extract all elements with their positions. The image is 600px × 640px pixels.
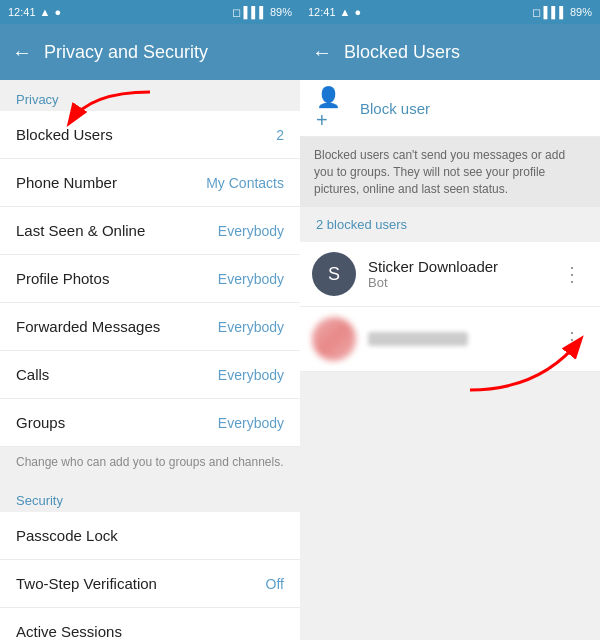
signal-icon: ▲ (40, 6, 51, 18)
calls-label: Calls (16, 366, 49, 383)
time-right: 12:41 (308, 6, 336, 18)
more-dots-1[interactable]: ⋮ (556, 258, 588, 290)
right-toolbar-title: Blocked Users (344, 42, 460, 63)
active-sessions-item[interactable]: Active Sessions (0, 608, 300, 640)
last-seen-label: Last Seen & Online (16, 222, 145, 239)
add-user-icon: 👤+ (316, 94, 344, 122)
blocked-user-item-2[interactable]: ⋮ (300, 307, 600, 372)
blocked-users-item[interactable]: Blocked Users 2 (0, 111, 300, 159)
status-bar-right: 12:41 ▲ ● ◻ ▌▌▌ 89% (300, 0, 600, 24)
network-icon: ◻ (232, 6, 241, 19)
wifi-icon-r: ● (354, 6, 361, 18)
status-bar-right-left: 12:41 ▲ ● (308, 6, 361, 18)
phone-number-label: Phone Number (16, 174, 117, 191)
calls-item[interactable]: Calls Everybody (0, 351, 300, 399)
privacy-section-header: Privacy (0, 80, 300, 111)
left-toolbar: ← Privacy and Security (0, 24, 300, 80)
left-toolbar-title: Privacy and Security (44, 42, 208, 63)
two-step-value: Off (266, 576, 284, 592)
block-user-button[interactable]: 👤+ Block user (300, 80, 600, 137)
blocked-users-panel: 12:41 ▲ ● ◻ ▌▌▌ 89% ← Blocked Users 👤+ B… (300, 0, 600, 640)
blocked-count: 2 blocked users (300, 207, 600, 242)
last-seen-value: Everybody (218, 223, 284, 239)
last-seen-item[interactable]: Last Seen & Online Everybody (0, 207, 300, 255)
battery-icon-r: 89% (570, 6, 592, 18)
passcode-lock-label: Passcode Lock (16, 527, 118, 544)
privacy-security-panel: 12:41 ▲ ● ◻ ▌▌▌ 89% ← Privacy and Securi… (0, 0, 300, 640)
groups-label: Groups (16, 414, 65, 431)
left-scroll-content: Privacy Blocked Users 2 Phone Number My … (0, 80, 300, 640)
groups-value: Everybody (218, 415, 284, 431)
right-toolbar: ← Blocked Users (300, 24, 600, 80)
blocked-users-label: Blocked Users (16, 126, 113, 143)
blurred-name-2 (368, 332, 468, 346)
block-user-label: Block user (360, 100, 430, 117)
user-name-1: Sticker Downloader (368, 258, 556, 275)
right-panel: 12:41 ▲ ● ◻ ▌▌▌ 89% ← Blocked Users 👤+ B… (300, 0, 600, 640)
user-info-2 (368, 332, 556, 346)
avatar-letter-1: S (328, 264, 340, 285)
two-step-item[interactable]: Two-Step Verification Off (0, 560, 300, 608)
user-sub-1: Bot (368, 275, 556, 290)
active-sessions-label: Active Sessions (16, 623, 122, 640)
time-left: 12:41 (8, 6, 36, 18)
network-icon-r: ◻ (532, 6, 541, 19)
blocked-info-box: Blocked users can't send you messages or… (300, 137, 600, 207)
status-bar-left-items: 12:41 ▲ ● (8, 6, 61, 18)
profile-photos-item[interactable]: Profile Photos Everybody (0, 255, 300, 303)
two-step-label: Two-Step Verification (16, 575, 157, 592)
wifi-icon: ● (54, 6, 61, 18)
forwarded-messages-value: Everybody (218, 319, 284, 335)
status-bar-right-right: ◻ ▌▌▌ 89% (532, 6, 592, 19)
blocked-users-badge: 2 (276, 127, 284, 143)
avatar-2 (312, 317, 356, 361)
profile-photos-label: Profile Photos (16, 270, 109, 287)
forwarded-messages-item[interactable]: Forwarded Messages Everybody (0, 303, 300, 351)
security-section-header: Security (0, 481, 300, 512)
blocked-user-item-1[interactable]: S Sticker Downloader Bot ⋮ (300, 242, 600, 307)
back-button-left[interactable]: ← (12, 41, 32, 64)
phone-number-item[interactable]: Phone Number My Contacts (0, 159, 300, 207)
back-button-right[interactable]: ← (312, 41, 332, 64)
avatar-1: S (312, 252, 356, 296)
signal-bars: ▌▌▌ (244, 6, 267, 18)
profile-photos-value: Everybody (218, 271, 284, 287)
left-panel: 12:41 ▲ ● ◻ ▌▌▌ 89% ← Privacy and Securi… (0, 0, 300, 640)
signal-icon-r: ▲ (340, 6, 351, 18)
groups-item[interactable]: Groups Everybody (0, 399, 300, 447)
status-bar-left: 12:41 ▲ ● ◻ ▌▌▌ 89% (0, 0, 300, 24)
battery-icon: 89% (270, 6, 292, 18)
calls-value: Everybody (218, 367, 284, 383)
phone-number-value: My Contacts (206, 175, 284, 191)
privacy-info: Change who can add you to groups and cha… (0, 447, 300, 481)
user-info-1: Sticker Downloader Bot (368, 258, 556, 290)
forwarded-messages-label: Forwarded Messages (16, 318, 160, 335)
passcode-lock-item[interactable]: Passcode Lock (0, 512, 300, 560)
signal-bars-r: ▌▌▌ (544, 6, 567, 18)
status-bar-right-items: ◻ ▌▌▌ 89% (232, 6, 292, 19)
more-dots-2[interactable]: ⋮ (556, 323, 588, 355)
